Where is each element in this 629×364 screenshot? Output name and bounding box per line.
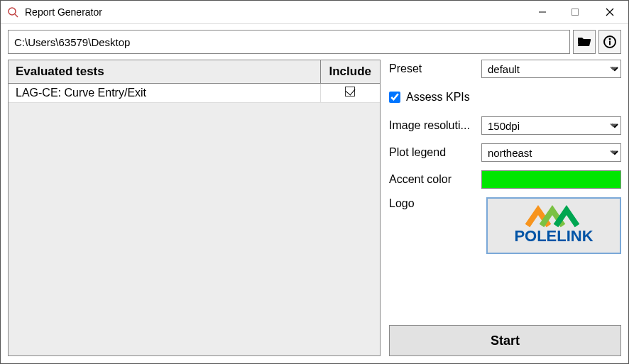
start-button[interactable]: Start [389,325,621,356]
maximize-icon [571,8,579,16]
image-res-row: Image resoluti... 150dpi [389,116,621,135]
titlebar: Report Generator [1,1,628,24]
plot-legend-row: Plot legend northeast [389,143,621,162]
plot-legend-select[interactable]: northeast [481,143,621,162]
assess-kpis-row: Assess KPIs [389,91,621,104]
plot-legend-label: Plot legend [389,146,481,159]
svg-rect-3 [572,9,579,16]
app-icon [6,6,19,18]
assess-kpis-checkbox[interactable] [389,92,400,103]
svg-text:POLELINK: POLELINK [514,227,593,245]
table-row[interactable]: LAG-CE: Curve Entry/Exit [9,84,380,103]
browse-button[interactable] [573,30,596,54]
svg-line-1 [15,14,18,17]
tests-table: Evaluated tests Include LAG-CE: Curve En… [9,60,380,103]
info-button[interactable] [598,30,621,54]
accent-color-picker[interactable] [481,170,621,189]
minimize-icon [538,8,547,16]
maximize-button[interactable] [559,1,591,24]
info-icon [603,35,616,48]
pathbar [1,24,628,60]
logo-image: POLELINK [493,204,614,247]
assess-kpis-label: Assess KPIs [406,91,470,104]
col-header-tests: Evaluated tests [9,60,320,84]
logo-preview[interactable]: POLELINK [486,197,621,254]
test-name-cell: LAG-CE: Curve Entry/Exit [9,84,320,103]
folder-open-icon [577,35,591,48]
window-title: Report Generator [25,6,526,18]
settings-panel: Preset default Assess KPIs Image resolut… [389,60,621,356]
logo-label: Logo [389,197,481,210]
main-content: Evaluated tests Include LAG-CE: Curve En… [1,60,628,363]
svg-point-0 [9,8,16,15]
path-input[interactable] [8,30,570,54]
preset-label: Preset [389,62,481,75]
close-button[interactable] [591,1,628,24]
accent-color-row: Accent color [389,170,621,189]
test-include-cell[interactable] [320,84,380,103]
logo-row: Logo POLELINK [389,197,621,254]
check-icon[interactable] [345,87,355,96]
image-res-label: Image resoluti... [389,119,481,132]
tests-panel: Evaluated tests Include LAG-CE: Curve En… [8,60,381,356]
col-header-include: Include [320,60,380,84]
preset-row: Preset default [389,60,621,78]
accent-color-label: Accent color [389,173,481,186]
preset-select[interactable]: default [481,60,621,78]
svg-rect-8 [609,41,611,45]
minimize-button[interactable] [526,1,559,24]
image-res-select[interactable]: 150dpi [481,116,621,135]
svg-point-7 [609,38,611,40]
close-icon [605,7,615,17]
